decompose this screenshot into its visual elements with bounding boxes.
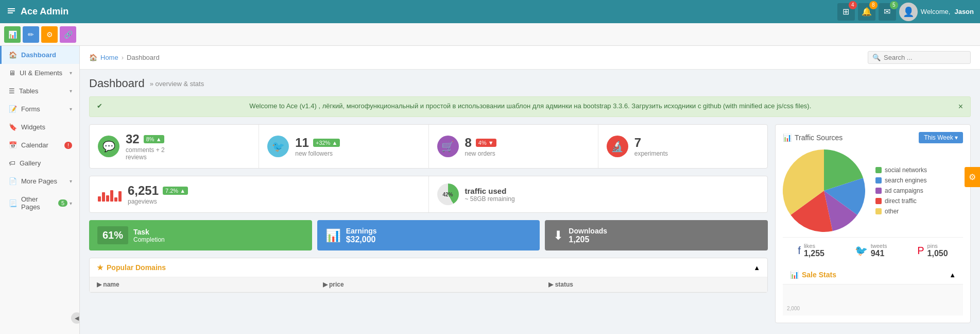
alert-banner: ✔ Welcome to Ace (v1.4) , лёгкий, многоф…: [89, 96, 971, 117]
star-icon: ★: [97, 263, 104, 272]
stat-experiments: 🔬 7 experiments: [598, 125, 767, 168]
earnings-label: Earnings: [346, 227, 377, 235]
sidebar-item-forms[interactable]: 📝 Forms ▾: [0, 100, 79, 118]
pinterest-label: pins: [927, 243, 948, 249]
bar-1: [98, 196, 101, 202]
downloads-label: Downloads: [569, 227, 607, 235]
stat-orders: 🛒 8 4% ▼ new orders: [429, 125, 598, 168]
main-content: 🏠 Home › Dashboard 🔍 Dashboard » overvie…: [80, 46, 980, 334]
forms-icon: 📝: [9, 105, 17, 113]
earnings-data: Earnings $32,000: [346, 227, 377, 244]
stats-row-1: 💬 32 8% ▲ comments + 2 reviews: [89, 124, 768, 169]
sidebar-item-other-pages[interactable]: 📃 Other Pages 5 ▾: [0, 190, 79, 216]
orders-badge: 4% ▼: [476, 139, 496, 147]
chart-icon: 📊: [8, 30, 17, 39]
stat-followers: 🐦 11 +32% ▲ new followers: [259, 125, 428, 168]
toolbar: 📊 ✏ ⚙ 🔗: [0, 23, 980, 46]
traffic-gauge: 42%: [437, 183, 459, 205]
emails-button[interactable]: ✉ 5: [879, 3, 896, 21]
toolbar-btn-chart[interactable]: 📊: [4, 26, 21, 43]
sidebar-item-tables[interactable]: ☰ Tables ▾: [0, 82, 79, 100]
col-status-arrow: ▶: [548, 281, 553, 288]
pageviews-badge: 7.2% ▲: [163, 187, 188, 195]
tables-icon: ☰: [9, 87, 15, 95]
col-status: ▶ status: [541, 277, 767, 292]
pinterest-stat: P pins 1,050: [917, 243, 948, 258]
downloads-count: 1,205: [569, 235, 607, 244]
emails-badge: 5: [890, 1, 898, 9]
chevron-icon-tables: ▾: [70, 88, 72, 94]
email-icon: ✉: [884, 7, 890, 16]
stat-traffic: 42% traffic used ~ 58GB remaining: [429, 176, 768, 212]
this-week-button[interactable]: This Week ▾: [919, 132, 963, 143]
sidebar-label-widgets: Widgets: [21, 123, 45, 131]
avatar: 👤: [899, 3, 918, 21]
comments-label: comments + 2: [126, 146, 165, 154]
legend-label-ads: ad campaigns: [885, 187, 923, 194]
widgets-icon: 🔖: [9, 123, 17, 131]
bar-3: [106, 195, 109, 202]
toolbar-btn-share[interactable]: 🔗: [60, 26, 76, 43]
sidebar-item-gallery[interactable]: 🏷 Gallery: [0, 154, 79, 172]
sale-stats-chart: 2,000: [783, 285, 963, 315]
followers-number: 11: [295, 136, 309, 150]
breadcrumb-home-link[interactable]: Home: [100, 54, 118, 61]
legend-dot-social: [875, 167, 882, 173]
main-widgets: 💬 32 8% ▲ comments + 2 reviews: [89, 124, 768, 323]
edit-icon: ✏: [28, 30, 34, 39]
welcome-text: Welcome,: [921, 8, 951, 15]
toolbar-btn-edit[interactable]: ✏: [23, 26, 39, 43]
twitter-count: 941: [871, 249, 887, 258]
stat-comments-data: 32 8% ▲ comments + 2 reviews: [126, 132, 165, 161]
chevron-icon-other: ▾: [70, 201, 72, 206]
bar-4: [110, 190, 113, 202]
stat-experiments-data: 7 experiments: [634, 136, 668, 157]
comments-sublabel: reviews: [126, 154, 165, 161]
sidebar-item-ui-elements[interactable]: 🖥 UI & Elements ▾: [0, 64, 79, 82]
brand-logo[interactable]: Ace Admin: [6, 6, 68, 17]
messages-badge: 4: [849, 1, 857, 9]
twitter-data: tweets 941: [871, 243, 887, 258]
sale-stats-title: 📊 Sale Stats: [790, 271, 836, 279]
breadcrumb-separator: ›: [122, 54, 124, 61]
sidebar-label-forms: Forms: [21, 105, 40, 113]
search-icon: 🔍: [872, 54, 881, 61]
stat-pageviews: 6,251 7.2% ▲ pageviews: [90, 176, 429, 212]
facebook-icon: f: [798, 245, 801, 257]
legend-label-social: social networks: [885, 166, 927, 174]
messages-button[interactable]: ⊞ 4: [837, 3, 855, 21]
chevron-icon-more: ▾: [70, 178, 72, 184]
page-subtitle: » overview & stats: [150, 80, 204, 88]
col-name: ▶ name: [90, 277, 316, 292]
breadcrumb: 🏠 Home › Dashboard: [89, 54, 160, 61]
traffic-data: traffic used ~ 58GB remaining: [465, 187, 515, 203]
collapse-icon-sale[interactable]: ▲: [949, 271, 956, 279]
stat-followers-data: 11 +32% ▲ new followers: [295, 136, 340, 157]
sidebar-collapse-button[interactable]: ◀: [71, 312, 80, 324]
toolbar-btn-settings[interactable]: ⚙: [41, 26, 58, 43]
sidebar-label-other-pages: Other Pages: [21, 195, 58, 211]
sidebar-item-widgets[interactable]: 🔖 Widgets: [0, 118, 79, 136]
breadcrumb-current: Dashboard: [127, 54, 160, 61]
sidebar-item-calendar[interactable]: 📅 Calendar !: [0, 136, 79, 154]
alert-close-button[interactable]: ×: [958, 102, 963, 111]
settings-fab-button[interactable]: ⚙: [965, 167, 980, 187]
page-title-bar: Dashboard » overview & stats: [89, 77, 971, 90]
sidebar-label-dashboard: Dashboard: [21, 51, 56, 59]
legend-dot-direct: [875, 198, 882, 204]
page-content: Dashboard » overview & stats ✔ Welcome t…: [80, 70, 980, 330]
sidebar-item-more-pages[interactable]: 📄 More Pages ▾: [0, 172, 79, 190]
twitter-label: tweets: [871, 243, 887, 249]
settings-icon: ⚙: [46, 30, 53, 39]
sidebar-item-dashboard[interactable]: 🏠 Dashboard: [0, 46, 79, 64]
share-icon: 🔗: [64, 30, 73, 39]
sidebar-label-more-pages: More Pages: [21, 177, 57, 185]
home-icon: 🏠: [89, 54, 97, 61]
notifications-badge: 8: [869, 1, 878, 9]
search-input[interactable]: [884, 54, 966, 61]
twitter-icon: 🐦: [855, 244, 868, 257]
notifications-button[interactable]: 🔔 8: [858, 3, 875, 21]
collapse-icon-domains[interactable]: ▲: [753, 264, 760, 272]
task-pct: 61%: [97, 226, 128, 244]
chevron-icon-forms: ▾: [70, 106, 72, 112]
